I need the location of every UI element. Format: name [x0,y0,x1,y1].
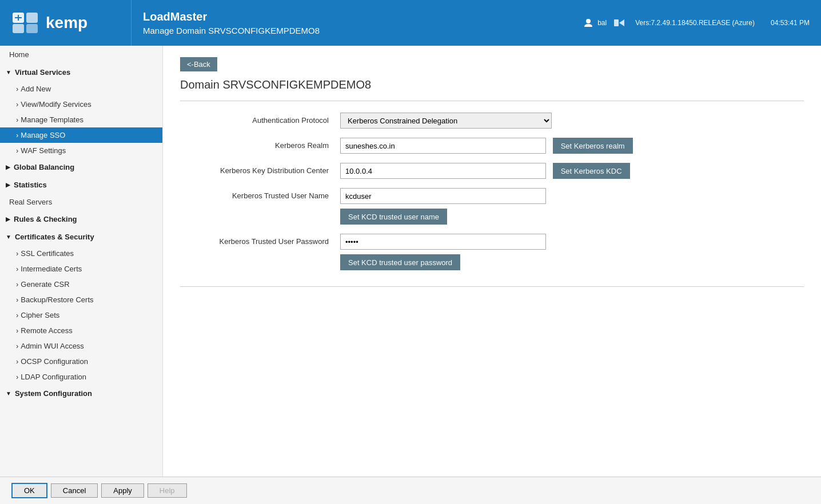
sidebar-item-manage-sso[interactable]: Manage SSO [0,127,162,143]
sidebar-section-system-configuration[interactable]: System Configuration [0,385,162,402]
sidebar-item-view-modify[interactable]: View/Modify Services [0,97,162,112]
svg-rect-1 [26,13,38,23]
kerberos-user-control: Set KCD trusted user name [340,183,804,229]
kerberos-pass-label: Kerberos Trusted User Password [180,229,340,275]
kerberos-realm-label: Kerberos Realm [180,133,340,158]
virtual-services-arrow [6,69,11,75]
sidebar-section-global-balancing[interactable]: Global Balancing [0,158,162,176]
top-divider [180,101,804,101]
page-subtitle: Manage Domain SRVSCONFIGKEMPDEMO8 [143,26,561,35]
sidebar-item-admin-wui-access[interactable]: Admin WUI Access [0,338,162,354]
time-display: 04:53:41 PM [771,19,810,27]
sidebar-item-remote-access[interactable]: Remote Access [0,323,162,338]
username: bal [597,19,607,27]
kerberos-pass-input[interactable] [340,234,546,250]
sidebar-item-manage-templates[interactable]: Manage Templates [0,112,162,127]
domain-title: Domain SRVSCONFIGKEMPDEMO8 [180,78,804,91]
form-table: Authentication Protocol Kerberos Constra… [180,108,804,275]
bottom-divider [180,286,804,287]
child-arrow-icon [16,249,21,258]
sidebar-item-ssl-certificates[interactable]: SSL Certificates [0,246,162,261]
child-arrow-icon [16,100,21,109]
child-arrow-icon [16,280,21,289]
kerberos-user-label: Kerberos Trusted User Name [180,183,340,229]
system-configuration-label: System Configuration [15,389,92,398]
sidebar-item-real-servers[interactable]: Real Servers [0,194,162,210]
ok-button[interactable]: OK [11,483,47,498]
statistics-arrow [6,182,10,188]
kerberos-kdc-input[interactable] [340,163,546,179]
kerberos-user-input[interactable] [340,188,546,204]
sidebar-item-cipher-sets[interactable]: Cipher Sets [0,307,162,323]
child-arrow-icon [16,85,21,93]
sidebar-item-generate-csr[interactable]: Generate CSR [0,277,162,292]
kerberos-kdc-label: Kerberos Key Distribution Center [180,158,340,183]
sidebar-section-certificates-security[interactable]: Certificates & Security [0,228,162,246]
logo-text: kemp [46,14,87,32]
virtual-services-label: Virtual Services [15,68,70,77]
kerberos-pass-row: Kerberos Trusted User Password Set KCD t… [180,229,804,275]
sidebar-item-waf-settings[interactable]: WAF Settings [0,143,162,158]
content-area: <-Back Domain SRVSCONFIGKEMPDEMO8 Authen… [163,46,821,477]
kerberos-realm-input[interactable] [340,138,546,154]
apply-button[interactable]: Apply [101,483,144,498]
auth-protocol-row: Authentication Protocol Kerberos Constra… [180,108,804,133]
user-icon [584,18,593,27]
child-arrow-icon [16,373,21,381]
sidebar-item-ldap-configuration[interactable]: LDAP Configuration [0,369,162,385]
child-arrow-icon [16,326,21,335]
app-name: LoadMaster [143,10,561,23]
content-inner: <-Back Domain SRVSCONFIGKEMPDEMO8 Authen… [163,46,821,477]
sidebar-item-backup-restore-certs[interactable]: Backup/Restore Certs [0,292,162,307]
system-configuration-arrow [6,390,11,397]
cancel-button[interactable]: Cancel [51,483,98,498]
child-arrow-icon [16,146,21,155]
nav-icon [613,18,625,27]
kemp-logo-icon [11,11,39,34]
version-text: Vers:7.2.49.1.18450.RELEASE (Azure) [635,19,755,27]
sidebar-section-virtual-services[interactable]: Virtual Services [0,63,162,81]
svg-rect-7 [614,19,619,26]
global-balancing-arrow [6,164,10,170]
child-arrow-icon [16,342,21,350]
header-title-area: LoadMaster Manage Domain SRVSCONFIGKEMPD… [131,0,572,46]
sidebar: Home Virtual Services Add New View/Modif… [0,46,163,477]
header: kemp LoadMaster Manage Domain SRVSCONFIG… [0,0,821,46]
main-layout: Home Virtual Services Add New View/Modif… [0,46,821,477]
sidebar-item-intermediate-certs[interactable]: Intermediate Certs [0,261,162,277]
auth-protocol-label: Authentication Protocol [180,108,340,133]
svg-rect-2 [13,24,24,33]
set-kerberos-realm-button[interactable]: Set Kerberos realm [553,138,633,154]
global-balancing-label: Global Balancing [14,163,74,171]
rules-checking-arrow [6,216,10,222]
child-arrow-icon [16,131,21,139]
set-kerberos-kdc-button[interactable]: Set Kerberos KDC [553,163,630,179]
auth-protocol-control: Kerberos Constrained Delegation NTLM Bas… [340,108,804,133]
statistics-label: Statistics [14,181,47,189]
child-arrow-icon [16,311,21,319]
kerberos-pass-control: Set KCD trusted user password [340,229,804,275]
kerberos-kdc-row: Kerberos Key Distribution Center Set Ker… [180,158,804,183]
logo-area: kemp [0,0,131,46]
header-info: bal Vers:7.2.49.1.18450.RELEASE (Azure) … [572,0,821,46]
child-arrow-icon [16,295,21,304]
certificates-security-arrow [6,234,11,240]
back-button[interactable]: <-Back [180,57,217,71]
auth-protocol-select[interactable]: Kerberos Constrained Delegation NTLM Bas… [340,113,552,129]
sidebar-item-ocsp-configuration[interactable]: OCSP Configuration [0,354,162,369]
kerberos-user-row: Kerberos Trusted User Name Set KCD trust… [180,183,804,229]
sidebar-item-home[interactable]: Home [0,46,162,63]
sidebar-section-statistics[interactable]: Statistics [0,176,162,194]
child-arrow-icon [16,115,21,124]
svg-rect-3 [26,24,38,33]
sidebar-section-rules-checking[interactable]: Rules & Checking [0,210,162,228]
bottom-bar: OK Cancel Apply Help [0,477,821,504]
help-button: Help [148,483,187,498]
set-kcd-pass-button[interactable]: Set KCD trusted user password [340,254,460,270]
svg-marker-8 [619,19,624,26]
certificates-security-label: Certificates & Security [15,233,94,241]
rules-checking-label: Rules & Checking [14,215,77,223]
set-kcd-user-button[interactable]: Set KCD trusted user name [340,209,447,225]
sidebar-item-add-new[interactable]: Add New [0,81,162,97]
kerberos-kdc-control: Set Kerberos KDC [340,158,804,183]
